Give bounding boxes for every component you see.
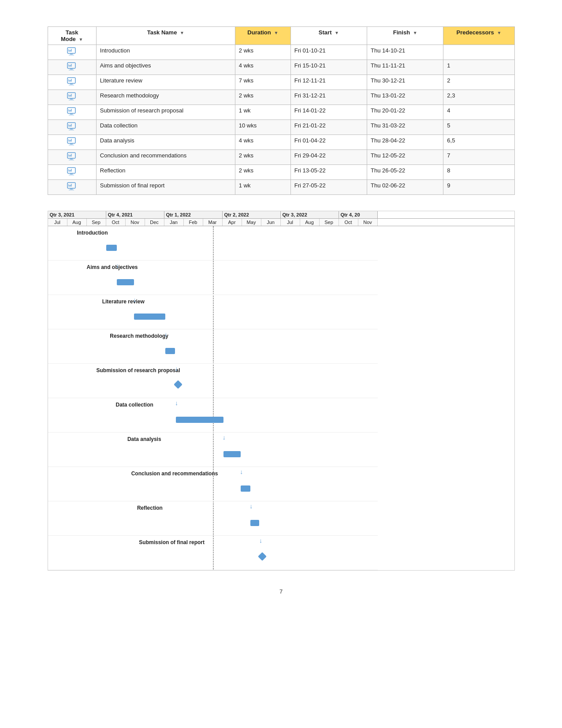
svg-rect-65 — [69, 190, 74, 190]
month-cell: Jul — [281, 219, 300, 226]
gantt-header: Qtr 3, 2021Qtr 4, 2021Qtr 1, 2022Qtr 2, … — [48, 211, 514, 226]
month-cell: Aug — [67, 219, 87, 226]
month-cell: Jun — [261, 219, 281, 226]
duration-cell: 2 wks — [235, 45, 290, 60]
predecessors-cell: 2,3 — [443, 90, 514, 105]
table-row: Conclusion and recommendations2 wksFri 2… — [48, 150, 514, 165]
gantt-task-label: Conclusion and recommendations — [131, 470, 218, 477]
th-finish: Finish ▼ — [367, 27, 443, 45]
task-mode-cell — [48, 165, 96, 180]
gantt-connector-arrow: ↓ — [116, 262, 119, 269]
quarter-cell: Qtr 3, 2021 — [48, 211, 106, 218]
svg-rect-50 — [70, 158, 73, 160]
finish-cell: Thu 11-11-21 — [367, 60, 443, 75]
svg-rect-36 — [70, 128, 73, 130]
svg-rect-57 — [70, 173, 73, 175]
month-cell: Nov — [126, 219, 145, 226]
table-row: Submission of research proposal1 wkFri 1… — [48, 105, 514, 120]
svg-rect-2 — [69, 55, 74, 56]
gantt-connector-arrow: ↓ — [223, 434, 226, 441]
gantt-connector-arrow: ↓ — [175, 365, 178, 372]
task-mode-filter-icon[interactable]: ▼ — [78, 37, 83, 42]
predecessors-cell — [443, 45, 514, 60]
svg-rect-22 — [70, 98, 73, 100]
gantt-bar — [223, 451, 241, 457]
task-name-filter-icon[interactable]: ▼ — [180, 30, 184, 35]
gantt-task-row: Literature review↓ — [48, 295, 378, 329]
svg-rect-43 — [70, 143, 73, 145]
predecessors-filter-icon[interactable]: ▼ — [497, 30, 501, 35]
gantt-task-label: Data analysis — [127, 436, 161, 442]
predecessors-cell: 1 — [443, 60, 514, 75]
gantt-task-label: Submission of final report — [139, 539, 205, 545]
gantt-task-label: Introduction — [77, 230, 108, 236]
gantt-task-row: Aims and objectives↓ — [48, 261, 378, 295]
gantt-chart-area: Qtr 3, 2021Qtr 4, 2021Qtr 1, 2022Qtr 2, … — [48, 211, 515, 571]
gantt-task-label: Data collection — [116, 402, 153, 408]
task-mode-cell — [48, 90, 96, 105]
svg-rect-8 — [70, 68, 73, 70]
duration-cell: 10 wks — [235, 120, 290, 135]
finish-cell: Thu 20-01-22 — [367, 105, 443, 120]
month-cell: Jan — [164, 219, 184, 226]
start-cell: Fri 15-10-21 — [290, 60, 367, 75]
task-name-cell: Data collection — [96, 120, 235, 135]
gantt-task-label: Research methodology — [110, 333, 168, 339]
duration-cell: 2 wks — [235, 165, 290, 180]
task-mode-icon — [67, 122, 77, 131]
quarter-cell: Qtr 4, 2021 — [106, 211, 164, 218]
task-mode-icon — [67, 137, 77, 146]
predecessors-cell: 7 — [443, 150, 514, 165]
svg-rect-30 — [69, 115, 74, 116]
quarter-cell: Qtr 3, 2022 — [281, 211, 339, 218]
start-cell: Fri 13-05-22 — [290, 165, 367, 180]
gantt-bar — [176, 417, 223, 423]
predecessors-cell: 9 — [443, 180, 514, 195]
start-cell: Fri 21-01-22 — [290, 120, 367, 135]
duration-cell: 7 wks — [235, 75, 290, 90]
gantt-connector-arrow: ↓ — [175, 399, 178, 407]
svg-rect-51 — [69, 160, 74, 161]
start-cell: Fri 14-01-22 — [290, 105, 367, 120]
gantt-task-row: Research methodology↓ — [48, 329, 378, 364]
gantt-task-row: Submission of final report↓ — [48, 536, 378, 570]
duration-cell: 4 wks — [235, 60, 290, 75]
month-cell: May — [242, 219, 261, 226]
table-row: Literature review7 wksFri 12-11-21Thu 30… — [48, 75, 514, 90]
duration-filter-icon[interactable]: ▼ — [274, 30, 278, 35]
month-cell: Dec — [145, 219, 164, 226]
gantt-connector-arrow: ↓ — [259, 537, 262, 544]
task-mode-icon — [67, 92, 77, 101]
gantt-milestone — [258, 552, 267, 561]
task-name-cell: Introduction — [96, 45, 235, 60]
task-name-cell: Submission of final report — [96, 180, 235, 195]
task-mode-icon — [67, 167, 77, 176]
task-mode-icon — [67, 62, 77, 71]
gantt-connector-arrow: ↓ — [249, 503, 253, 510]
start-filter-icon[interactable]: ▼ — [335, 30, 339, 35]
finish-cell: Thu 28-04-22 — [367, 135, 443, 150]
gantt-bar — [134, 314, 165, 320]
gantt-table: Task Mode ▼ Task Name ▼ Duration ▼ Start… — [48, 26, 515, 195]
duration-cell: 2 wks — [235, 90, 290, 105]
predecessors-cell: 4 — [443, 105, 514, 120]
quarter-cell: Qtr 4, 20 — [339, 211, 378, 218]
table-row: Data collection10 wksFri 21-01-22Thu 31-… — [48, 120, 514, 135]
svg-rect-16 — [69, 85, 74, 86]
month-cell: Oct — [339, 219, 358, 226]
task-mode-cell — [48, 150, 96, 165]
task-mode-cell — [48, 180, 96, 195]
task-name-cell: Conclusion and recommendations — [96, 150, 235, 165]
gantt-connector-arrow: ↓ — [133, 296, 136, 303]
finish-filter-icon[interactable]: ▼ — [413, 30, 417, 35]
task-mode-icon — [67, 47, 77, 56]
start-cell: Fri 29-04-22 — [290, 150, 367, 165]
quarter-cell: Qtr 2, 2022 — [223, 211, 281, 218]
svg-rect-29 — [70, 113, 73, 115]
table-row: Research methodology2 wksFri 31-12-21Thu… — [48, 90, 514, 105]
month-cell: Apr — [223, 219, 242, 226]
task-mode-cell — [48, 75, 96, 90]
predecessors-cell: 8 — [443, 165, 514, 180]
finish-cell: Thu 02-06-22 — [367, 180, 443, 195]
duration-cell: 2 wks — [235, 150, 290, 165]
